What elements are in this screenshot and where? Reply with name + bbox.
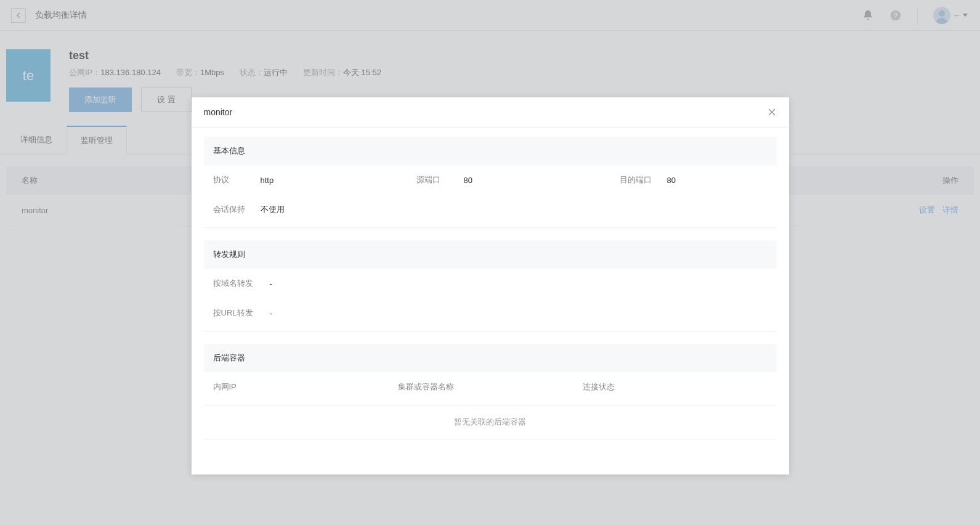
protocol-label: 协议	[213, 174, 247, 185]
domain-fwd-value: -	[270, 279, 272, 288]
basic-row-2: 会话保持 不使用	[204, 195, 777, 224]
divider	[204, 331, 777, 332]
src-port-value: 80	[464, 176, 472, 185]
modal: monitor 基本信息 协议 http 源端口 80 目的端口 80	[192, 97, 789, 474]
session-value: 不使用	[261, 204, 285, 215]
backend-col-ip: 内网IP	[213, 381, 398, 393]
section-backend-title: 后端容器	[204, 344, 777, 372]
modal-header: monitor	[192, 97, 789, 128]
divider	[204, 227, 777, 228]
session-label: 会话保持	[213, 204, 247, 215]
backend-head: 内网IP 集群或容器名称 连接状态	[204, 372, 777, 402]
modal-overlay[interactable]: monitor 基本信息 协议 http 源端口 80 目的端口 80	[0, 0, 980, 525]
section-rules-title: 转发规则	[204, 240, 777, 269]
backend-col-status: 连接状态	[583, 381, 767, 393]
backend-col-cluster: 集群或容器名称	[398, 381, 583, 393]
section-basic-title: 基本信息	[204, 137, 777, 165]
basic-row-1: 协议 http 源端口 80 目的端口 80	[204, 165, 777, 195]
backend-empty: 暂无关联的后端容器	[204, 405, 777, 439]
close-button[interactable]	[767, 107, 777, 117]
src-port-label: 源端口	[416, 174, 450, 185]
rules-row-2: 按URL转发 -	[204, 298, 777, 328]
protocol-value: http	[261, 176, 274, 185]
modal-title: monitor	[204, 107, 233, 117]
dst-port-label: 目的端口	[620, 174, 654, 185]
domain-fwd-label: 按域名转发	[213, 278, 256, 289]
close-icon	[768, 108, 775, 116]
url-fwd-label: 按URL转发	[213, 307, 256, 319]
rules-row-1: 按域名转发 -	[204, 269, 777, 298]
dst-port-value: 80	[667, 176, 676, 185]
url-fwd-value: -	[270, 309, 272, 318]
modal-body: 基本信息 协议 http 源端口 80 目的端口 80 会话保持 不使用	[192, 128, 789, 458]
